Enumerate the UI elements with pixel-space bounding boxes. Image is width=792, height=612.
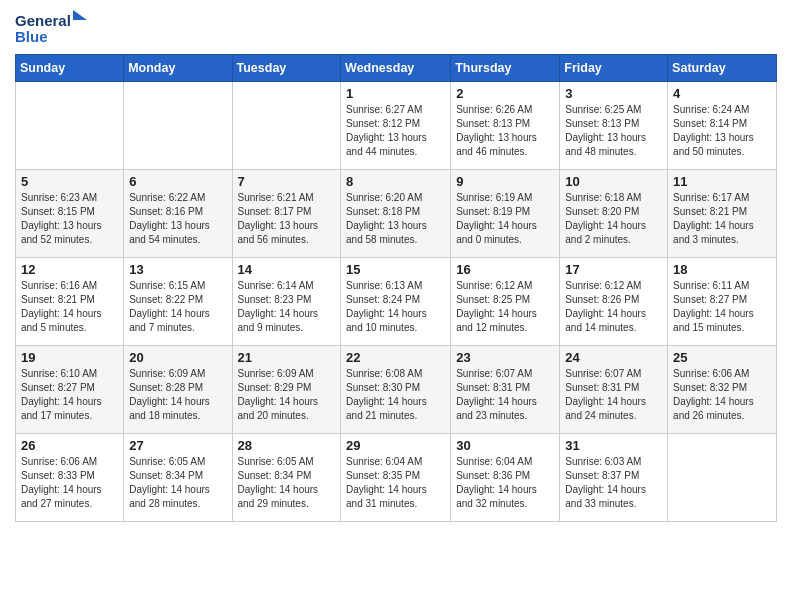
weekday-header-wednesday: Wednesday [341,55,451,82]
day-info: Sunrise: 6:08 AMSunset: 8:30 PMDaylight:… [346,367,445,423]
calendar-cell: 29Sunrise: 6:04 AMSunset: 8:35 PMDayligh… [341,434,451,522]
day-info: Sunrise: 6:12 AMSunset: 8:26 PMDaylight:… [565,279,662,335]
calendar-cell [16,82,124,170]
day-number: 7 [238,174,336,189]
weekday-header-sunday: Sunday [16,55,124,82]
day-info: Sunrise: 6:05 AMSunset: 8:34 PMDaylight:… [129,455,226,511]
calendar-cell: 17Sunrise: 6:12 AMSunset: 8:26 PMDayligh… [560,258,668,346]
day-info: Sunrise: 6:23 AMSunset: 8:15 PMDaylight:… [21,191,118,247]
day-number: 28 [238,438,336,453]
day-number: 30 [456,438,554,453]
calendar-cell: 31Sunrise: 6:03 AMSunset: 8:37 PMDayligh… [560,434,668,522]
day-info: Sunrise: 6:06 AMSunset: 8:32 PMDaylight:… [673,367,771,423]
day-info: Sunrise: 6:26 AMSunset: 8:13 PMDaylight:… [456,103,554,159]
calendar-cell: 30Sunrise: 6:04 AMSunset: 8:36 PMDayligh… [451,434,560,522]
day-info: Sunrise: 6:04 AMSunset: 8:35 PMDaylight:… [346,455,445,511]
day-number: 11 [673,174,771,189]
calendar-week-row: 26Sunrise: 6:06 AMSunset: 8:33 PMDayligh… [16,434,777,522]
calendar-cell: 28Sunrise: 6:05 AMSunset: 8:34 PMDayligh… [232,434,341,522]
calendar-cell: 21Sunrise: 6:09 AMSunset: 8:29 PMDayligh… [232,346,341,434]
day-number: 26 [21,438,118,453]
day-number: 29 [346,438,445,453]
day-info: Sunrise: 6:27 AMSunset: 8:12 PMDaylight:… [346,103,445,159]
calendar-cell: 9Sunrise: 6:19 AMSunset: 8:19 PMDaylight… [451,170,560,258]
calendar-cell: 1Sunrise: 6:27 AMSunset: 8:12 PMDaylight… [341,82,451,170]
calendar-cell: 14Sunrise: 6:14 AMSunset: 8:23 PMDayligh… [232,258,341,346]
day-info: Sunrise: 6:18 AMSunset: 8:20 PMDaylight:… [565,191,662,247]
calendar-cell [232,82,341,170]
day-number: 20 [129,350,226,365]
calendar-cell: 20Sunrise: 6:09 AMSunset: 8:28 PMDayligh… [124,346,232,434]
day-info: Sunrise: 6:15 AMSunset: 8:22 PMDaylight:… [129,279,226,335]
day-info: Sunrise: 6:06 AMSunset: 8:33 PMDaylight:… [21,455,118,511]
day-number: 25 [673,350,771,365]
calendar-week-row: 5Sunrise: 6:23 AMSunset: 8:15 PMDaylight… [16,170,777,258]
calendar-cell [124,82,232,170]
calendar-cell: 5Sunrise: 6:23 AMSunset: 8:15 PMDaylight… [16,170,124,258]
calendar-cell: 7Sunrise: 6:21 AMSunset: 8:17 PMDaylight… [232,170,341,258]
day-number: 8 [346,174,445,189]
day-number: 22 [346,350,445,365]
day-info: Sunrise: 6:12 AMSunset: 8:25 PMDaylight:… [456,279,554,335]
day-info: Sunrise: 6:17 AMSunset: 8:21 PMDaylight:… [673,191,771,247]
day-number: 2 [456,86,554,101]
day-number: 1 [346,86,445,101]
day-info: Sunrise: 6:19 AMSunset: 8:19 PMDaylight:… [456,191,554,247]
day-info: Sunrise: 6:11 AMSunset: 8:27 PMDaylight:… [673,279,771,335]
day-info: Sunrise: 6:04 AMSunset: 8:36 PMDaylight:… [456,455,554,511]
calendar-cell: 3Sunrise: 6:25 AMSunset: 8:13 PMDaylight… [560,82,668,170]
calendar-cell: 11Sunrise: 6:17 AMSunset: 8:21 PMDayligh… [668,170,777,258]
day-number: 4 [673,86,771,101]
day-info: Sunrise: 6:16 AMSunset: 8:21 PMDaylight:… [21,279,118,335]
day-number: 18 [673,262,771,277]
calendar-cell: 22Sunrise: 6:08 AMSunset: 8:30 PMDayligh… [341,346,451,434]
calendar-cell: 10Sunrise: 6:18 AMSunset: 8:20 PMDayligh… [560,170,668,258]
calendar-week-row: 19Sunrise: 6:10 AMSunset: 8:27 PMDayligh… [16,346,777,434]
day-info: Sunrise: 6:09 AMSunset: 8:28 PMDaylight:… [129,367,226,423]
day-info: Sunrise: 6:22 AMSunset: 8:16 PMDaylight:… [129,191,226,247]
day-number: 23 [456,350,554,365]
calendar-cell: 4Sunrise: 6:24 AMSunset: 8:14 PMDaylight… [668,82,777,170]
day-info: Sunrise: 6:10 AMSunset: 8:27 PMDaylight:… [21,367,118,423]
day-info: Sunrise: 6:20 AMSunset: 8:18 PMDaylight:… [346,191,445,247]
calendar-cell: 23Sunrise: 6:07 AMSunset: 8:31 PMDayligh… [451,346,560,434]
day-number: 19 [21,350,118,365]
day-number: 3 [565,86,662,101]
logo: GeneralBlue [15,10,95,46]
calendar-cell: 19Sunrise: 6:10 AMSunset: 8:27 PMDayligh… [16,346,124,434]
svg-text:Blue: Blue [15,28,48,45]
day-number: 17 [565,262,662,277]
weekday-header-row: SundayMondayTuesdayWednesdayThursdayFrid… [16,55,777,82]
day-number: 31 [565,438,662,453]
day-info: Sunrise: 6:14 AMSunset: 8:23 PMDaylight:… [238,279,336,335]
calendar-cell: 24Sunrise: 6:07 AMSunset: 8:31 PMDayligh… [560,346,668,434]
day-info: Sunrise: 6:07 AMSunset: 8:31 PMDaylight:… [456,367,554,423]
calendar-cell: 2Sunrise: 6:26 AMSunset: 8:13 PMDaylight… [451,82,560,170]
calendar-cell: 6Sunrise: 6:22 AMSunset: 8:16 PMDaylight… [124,170,232,258]
calendar-cell: 27Sunrise: 6:05 AMSunset: 8:34 PMDayligh… [124,434,232,522]
day-number: 16 [456,262,554,277]
day-info: Sunrise: 6:03 AMSunset: 8:37 PMDaylight:… [565,455,662,511]
calendar-cell: 12Sunrise: 6:16 AMSunset: 8:21 PMDayligh… [16,258,124,346]
day-info: Sunrise: 6:05 AMSunset: 8:34 PMDaylight:… [238,455,336,511]
day-info: Sunrise: 6:25 AMSunset: 8:13 PMDaylight:… [565,103,662,159]
weekday-header-tuesday: Tuesday [232,55,341,82]
day-number: 14 [238,262,336,277]
day-info: Sunrise: 6:21 AMSunset: 8:17 PMDaylight:… [238,191,336,247]
page-header: GeneralBlue [15,10,777,46]
day-number: 24 [565,350,662,365]
day-info: Sunrise: 6:24 AMSunset: 8:14 PMDaylight:… [673,103,771,159]
day-number: 12 [21,262,118,277]
day-number: 21 [238,350,336,365]
calendar-cell: 26Sunrise: 6:06 AMSunset: 8:33 PMDayligh… [16,434,124,522]
svg-marker-2 [73,10,87,20]
day-info: Sunrise: 6:07 AMSunset: 8:31 PMDaylight:… [565,367,662,423]
calendar-cell: 18Sunrise: 6:11 AMSunset: 8:27 PMDayligh… [668,258,777,346]
day-number: 27 [129,438,226,453]
calendar-week-row: 12Sunrise: 6:16 AMSunset: 8:21 PMDayligh… [16,258,777,346]
weekday-header-saturday: Saturday [668,55,777,82]
calendar-cell: 8Sunrise: 6:20 AMSunset: 8:18 PMDaylight… [341,170,451,258]
day-number: 15 [346,262,445,277]
day-number: 9 [456,174,554,189]
weekday-header-monday: Monday [124,55,232,82]
